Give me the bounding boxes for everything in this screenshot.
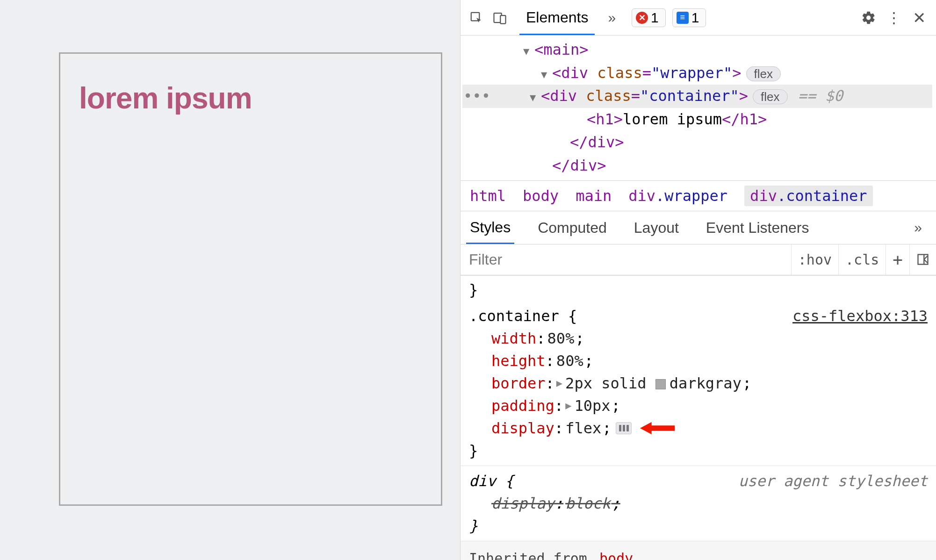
rule-container[interactable]: css-flexbox:313 .container { width: 80%;… — [461, 301, 936, 466]
devtools-toolbar: Elements » ✕ 1 ≡ 1 ⋮ ✕ — [461, 0, 936, 36]
error-icon: ✕ — [636, 12, 648, 24]
prop-display-overridden[interactable]: display: block; — [491, 492, 928, 515]
flex-badge[interactable]: flex — [753, 89, 787, 104]
inherited-from-element[interactable]: body — [599, 550, 633, 560]
rule-div-ua[interactable]: user agent stylesheet div { display: blo… — [461, 466, 936, 541]
container-box: lorem ipsum — [59, 52, 442, 506]
crumb-wrapper[interactable]: div.wrapper — [628, 187, 727, 205]
inherited-section: Inherited from body — [461, 541, 936, 560]
crumb-container[interactable]: div.container — [744, 186, 872, 206]
settings-icon[interactable] — [858, 10, 879, 25]
svg-rect-2 — [500, 15, 505, 24]
prop-height[interactable]: height: 80%; — [491, 350, 928, 372]
dom-node-main[interactable]: ▼<main> — [462, 38, 932, 62]
styles-subtabs: Styles Computed Layout Event Listeners » — [461, 211, 936, 244]
errors-badge[interactable]: ✕ 1 — [632, 8, 666, 27]
dom-tree[interactable]: ▼<main> ▼<div class="wrapper">flex ••• ▼… — [461, 36, 936, 180]
cls-toggle[interactable]: .cls — [838, 244, 886, 275]
dom-node-h1[interactable]: <h1>lorem ipsum</h1> — [462, 108, 932, 131]
inherited-label: Inherited from — [469, 550, 587, 560]
rendered-page: lorem ipsum — [0, 0, 460, 560]
tab-elements[interactable]: Elements — [519, 0, 595, 35]
rule-source-link[interactable]: css-flexbox:313 — [792, 305, 928, 327]
close-icon[interactable]: ✕ — [909, 8, 929, 27]
issues-count: 1 — [691, 10, 699, 26]
dom-node-close-div-2[interactable]: </div> — [462, 154, 932, 178]
gutter-dots-icon[interactable]: ••• — [462, 85, 491, 108]
dom-node-container[interactable]: ••• ▼<div class="container">flex== $0 — [462, 85, 932, 108]
dom-node-wrapper[interactable]: ▼<div class="wrapper">flex — [462, 62, 932, 85]
device-toggle-icon[interactable] — [490, 8, 509, 27]
issue-icon: ≡ — [677, 12, 689, 24]
prev-rule-brace-close: } — [469, 281, 478, 299]
subtabs-overflow-icon[interactable]: » — [906, 220, 930, 236]
svg-rect-3 — [918, 255, 928, 265]
page-heading: lorem ipsum — [79, 81, 422, 115]
rule-source-ua: user agent stylesheet — [738, 470, 928, 492]
prop-display[interactable]: display: flex; — [491, 417, 928, 439]
flex-badge[interactable]: flex — [746, 66, 781, 81]
styles-filter-bar: :hov .cls + — [461, 244, 936, 275]
issues-badge[interactable]: ≡ 1 — [672, 8, 706, 27]
rule-selector[interactable]: .container — [469, 307, 559, 325]
tab-computed[interactable]: Computed — [534, 212, 611, 243]
tabs-overflow-icon[interactable]: » — [599, 10, 624, 26]
expand-shorthand-icon[interactable]: ▶ — [565, 398, 571, 413]
selected-marker: == $0 — [798, 87, 843, 105]
crumb-main[interactable]: main — [576, 187, 612, 205]
errors-count: 1 — [651, 10, 659, 26]
styles-filter-input[interactable] — [461, 244, 791, 275]
flexbox-editor-icon[interactable] — [616, 422, 632, 434]
crumb-html[interactable]: html — [470, 187, 506, 205]
prop-width[interactable]: width: 80%; — [491, 327, 928, 350]
expand-shorthand-icon[interactable]: ▶ — [556, 375, 562, 391]
devtools-panel: Elements » ✕ 1 ≡ 1 ⋮ ✕ ▼<main> ▼<div cla — [460, 0, 936, 560]
tab-event-listeners[interactable]: Event Listeners — [702, 212, 813, 243]
new-style-rule-button[interactable]: + — [886, 244, 909, 275]
rule-selector[interactable]: div — [469, 472, 496, 490]
computed-sidebar-toggle-icon[interactable] — [909, 244, 936, 275]
prop-padding[interactable]: padding:▶ 10px; — [491, 395, 928, 417]
color-swatch[interactable] — [655, 379, 666, 389]
kebab-menu-icon[interactable]: ⋮ — [884, 9, 904, 27]
crumb-body[interactable]: body — [523, 187, 559, 205]
dom-node-close-div-1[interactable]: </div> — [462, 131, 932, 154]
tab-styles[interactable]: Styles — [466, 211, 514, 244]
inspect-element-icon[interactable] — [467, 8, 486, 27]
breadcrumb: html body main div.wrapper div.container — [461, 180, 936, 211]
hov-toggle[interactable]: :hov — [791, 244, 838, 275]
prop-border[interactable]: border:▶ 2px solid darkgray; — [491, 372, 928, 395]
styles-rules: } css-flexbox:313 .container { width: 80… — [461, 275, 936, 560]
tab-layout[interactable]: Layout — [630, 212, 683, 243]
annotation-arrow-icon — [640, 418, 676, 438]
